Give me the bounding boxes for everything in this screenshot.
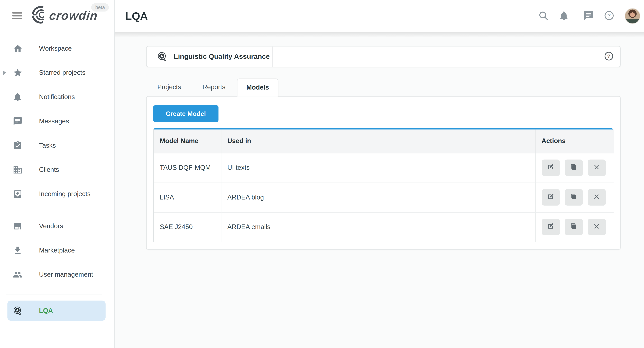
help-button[interactable]: ? (601, 8, 617, 24)
sidebar-item-workspace[interactable]: Workspace (0, 39, 114, 58)
sidebar-item-lqa[interactable]: A LQA (8, 301, 106, 321)
used-in-cell: UI texts (221, 153, 535, 182)
crowdin-logo-mark-icon (31, 6, 49, 26)
model-name-cell: SAE J2450 (154, 212, 221, 242)
page-header-spacer (273, 46, 597, 67)
delete-model-button[interactable] (588, 160, 606, 176)
edit-icon (547, 163, 554, 172)
table-row: SAE J2450 ARDEA emails (154, 212, 614, 242)
people-icon (13, 270, 22, 279)
close-icon (593, 193, 600, 202)
storefront-icon (13, 221, 22, 231)
delete-model-button[interactable] (588, 219, 606, 235)
tab-projects[interactable]: Projects (157, 78, 181, 96)
page-header-title-cell: A Linguistic Quality Assurance (147, 46, 273, 67)
bell-icon (558, 10, 569, 22)
edit-model-button[interactable] (542, 160, 560, 176)
copy-icon (570, 163, 578, 172)
edit-model-button[interactable] (542, 189, 560, 206)
column-header-model-name: Model Name (154, 130, 221, 153)
lqa-magnifier-icon: A (157, 51, 168, 62)
page-help-button[interactable]: ? (597, 46, 620, 67)
help-icon: ? (604, 51, 614, 62)
user-avatar[interactable] (625, 8, 640, 24)
messages-button[interactable] (580, 8, 597, 24)
page-title: LQA (125, 0, 148, 32)
main-content: A Linguistic Quality Assurance ? Project… (114, 32, 644, 348)
used-in-cell: ARDEA blog (221, 182, 535, 212)
hamburger-menu-icon[interactable] (12, 13, 22, 19)
search-icon (538, 10, 549, 22)
model-name-cell: LISA (154, 182, 221, 212)
sidebar-item-marketplace[interactable]: Marketplace (0, 240, 114, 260)
lqa-magnifier-icon: A (13, 306, 22, 315)
svg-text:A: A (16, 308, 18, 312)
beta-badge: beta (91, 3, 109, 12)
edit-icon (547, 193, 554, 202)
edit-icon (547, 223, 554, 232)
bell-icon (13, 92, 22, 102)
model-name-cell: TAUS DQF-MQM (154, 153, 221, 182)
crowdin-logo-text: crowdin (48, 9, 98, 23)
table-header-row: Model Name Used in Actions (154, 130, 614, 153)
app-root: LQA ? (0, 0, 644, 348)
building-icon (13, 165, 22, 175)
column-header-actions: Actions (535, 130, 614, 153)
row-actions (542, 189, 614, 206)
delete-model-button[interactable] (588, 189, 606, 206)
duplicate-model-button[interactable] (564, 160, 582, 176)
sidebar-item-notifications[interactable]: Notifications (0, 87, 114, 107)
sidebar-item-incoming-projects[interactable]: Incoming projects (0, 184, 114, 204)
copy-icon (570, 193, 578, 202)
used-in-cell: ARDEA emails (221, 212, 535, 242)
crowdin-logo[interactable]: crowdin (31, 6, 98, 25)
expand-chevron-icon[interactable] (3, 70, 6, 75)
sidebar-header: crowdin beta (0, 0, 114, 32)
close-icon (593, 163, 600, 172)
help-icon: ? (604, 10, 614, 22)
chat-icon (583, 10, 594, 22)
inbox-arrow-icon (13, 189, 22, 199)
table-row: LISA ARDEA blog (154, 182, 614, 212)
row-actions (542, 160, 614, 176)
tab-reports[interactable]: Reports (202, 78, 226, 96)
sidebar-divider (6, 212, 102, 212)
clipboard-check-icon (13, 141, 22, 151)
table-row: TAUS DQF-MQM UI texts (154, 153, 614, 182)
tab-bar: Projects Reports Models (146, 78, 278, 96)
sidebar-item-vendors[interactable]: Vendors (0, 216, 114, 236)
models-table: Model Name Used in Actions TAUS DQF-MQM … (153, 128, 613, 242)
notifications-button[interactable] (556, 8, 572, 24)
chat-icon (13, 116, 22, 126)
topbar-actions: ? (535, 0, 640, 32)
sidebar-nav: Workspace Starred projects Notifications… (0, 32, 114, 321)
create-model-button[interactable]: Create Model (153, 105, 219, 122)
svg-text:A: A (160, 54, 163, 58)
duplicate-model-button[interactable] (564, 189, 582, 206)
home-icon (13, 44, 22, 53)
tab-models[interactable]: Models (237, 79, 278, 97)
column-header-used-in: Used in (221, 130, 535, 153)
models-panel: Create Model Model Name Used in Actions … (146, 96, 620, 250)
star-icon (13, 68, 22, 78)
search-button[interactable] (535, 8, 552, 24)
sidebar-item-starred-projects[interactable]: Starred projects (0, 63, 114, 83)
page-header-title: Linguistic Quality Assurance (174, 53, 270, 61)
edit-model-button[interactable] (542, 219, 560, 235)
row-actions (542, 219, 614, 235)
duplicate-model-button[interactable] (564, 219, 582, 235)
download-icon (13, 245, 22, 255)
close-icon (593, 223, 600, 232)
page-header-card: A Linguistic Quality Assurance ? (146, 46, 620, 67)
copy-icon (570, 223, 578, 232)
sidebar: crowdin beta Workspace Starred projects … (0, 0, 114, 348)
svg-text:?: ? (607, 12, 611, 19)
sidebar-item-user-management[interactable]: User management (0, 265, 114, 284)
sidebar-divider (6, 294, 102, 294)
sidebar-item-tasks[interactable]: Tasks (0, 136, 114, 155)
svg-text:?: ? (607, 53, 610, 59)
sidebar-item-messages[interactable]: Messages (0, 112, 114, 131)
sidebar-item-clients[interactable]: Clients (0, 160, 114, 180)
